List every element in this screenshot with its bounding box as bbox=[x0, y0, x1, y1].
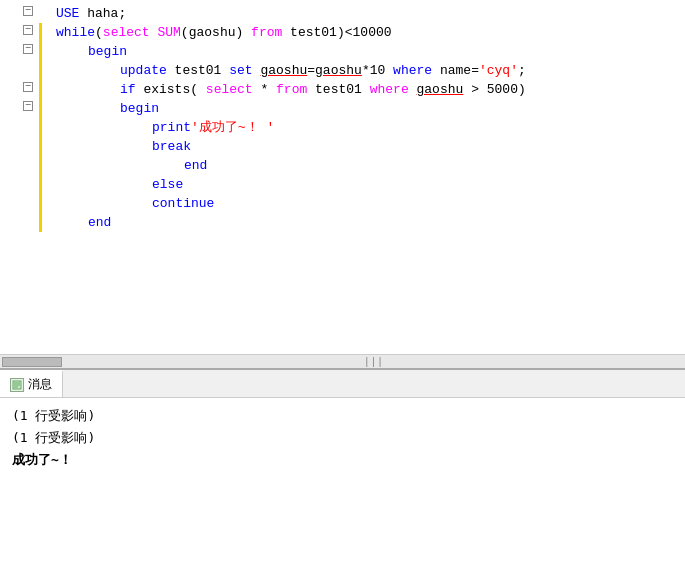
collapse-icon[interactable]: − bbox=[23, 82, 33, 92]
code-line: −begin bbox=[20, 42, 685, 61]
code-line: −if exists( select * from test01 where g… bbox=[20, 80, 685, 99]
line-gutter: − bbox=[20, 6, 36, 16]
collapse-icon[interactable]: − bbox=[23, 6, 33, 16]
line-gutter: − bbox=[20, 101, 36, 111]
line-gutter: − bbox=[20, 25, 36, 35]
line-gutter: − bbox=[20, 82, 36, 92]
code-line: print'成功了~！ ' bbox=[20, 118, 685, 137]
line-content: break bbox=[152, 139, 191, 154]
code-token: update bbox=[120, 63, 175, 78]
code-line: −USE haha; bbox=[20, 4, 685, 23]
code-lines: −USE haha;−while(select SUM(gaoshu) from… bbox=[0, 4, 685, 232]
code-token: where bbox=[370, 82, 409, 97]
code-line: break bbox=[20, 137, 685, 156]
code-token: end bbox=[184, 158, 207, 173]
code-token: select bbox=[103, 25, 150, 40]
code-line: end bbox=[20, 156, 685, 175]
block-indicator-bar bbox=[39, 175, 42, 194]
code-token: haha bbox=[87, 6, 118, 21]
code-token: ' bbox=[259, 120, 275, 135]
collapse-icon[interactable]: − bbox=[23, 25, 33, 35]
scrollbar-thumb[interactable] bbox=[2, 357, 62, 367]
code-token: = bbox=[307, 63, 315, 78]
block-indicator-bar bbox=[39, 80, 42, 99]
block-indicator-bar bbox=[39, 156, 42, 175]
code-line: continue bbox=[20, 194, 685, 213]
code-token: end bbox=[88, 215, 111, 230]
code-token: = bbox=[471, 63, 479, 78]
code-line: else bbox=[20, 175, 685, 194]
code-token: print bbox=[152, 120, 191, 135]
code-token: 'cyq' bbox=[479, 63, 518, 78]
code-token: ) bbox=[337, 25, 345, 40]
messages-tab[interactable]: 消息 bbox=[0, 370, 63, 397]
code-token: select bbox=[206, 82, 253, 97]
code-token: gaoshu bbox=[189, 25, 236, 40]
scroll-indicator: ||| bbox=[62, 356, 685, 368]
message-line: (1 行受影响) bbox=[12, 406, 673, 426]
code-line: update test01 set gaoshu=gaoshu*10 where… bbox=[20, 61, 685, 80]
line-content: USE haha; bbox=[56, 6, 126, 21]
code-token: where bbox=[393, 63, 440, 78]
code-token: ; bbox=[518, 63, 526, 78]
code-token: from bbox=[243, 25, 290, 40]
code-token: ' bbox=[191, 120, 199, 135]
block-indicator-bar bbox=[39, 118, 42, 137]
messages-panel: 消息 (1 行受影响)(1 行受影响)成功了~！ bbox=[0, 370, 685, 581]
line-content: while(select SUM(gaoshu) from test01)<10… bbox=[56, 25, 392, 40]
message-line: (1 行受影响) bbox=[12, 428, 673, 448]
horizontal-scrollbar[interactable]: ||| bbox=[0, 354, 685, 368]
code-token: test01 bbox=[307, 82, 369, 97]
code-token: begin bbox=[88, 44, 127, 59]
code-token: begin bbox=[120, 101, 159, 116]
code-token: ( bbox=[181, 25, 189, 40]
code-line: −begin bbox=[20, 99, 685, 118]
code-token bbox=[409, 82, 417, 97]
code-token: else bbox=[152, 177, 183, 192]
block-indicator-bar bbox=[39, 194, 42, 213]
collapse-icon[interactable]: − bbox=[23, 101, 33, 111]
code-token: from bbox=[276, 82, 307, 97]
messages-tab-label: 消息 bbox=[28, 376, 52, 393]
line-content: end bbox=[88, 215, 111, 230]
code-token: > 5000) bbox=[463, 82, 525, 97]
code-token: * bbox=[253, 82, 276, 97]
code-token: test01 bbox=[290, 25, 337, 40]
line-content: update test01 set gaoshu=gaoshu*10 where… bbox=[120, 63, 526, 78]
code-line: −while(select SUM(gaoshu) from test01)<1… bbox=[20, 23, 685, 42]
line-content: begin bbox=[120, 101, 159, 116]
collapse-icon[interactable]: − bbox=[23, 44, 33, 54]
code-token: SUM bbox=[157, 25, 180, 40]
code-token: <10000 bbox=[345, 25, 392, 40]
code-token: gaoshu bbox=[417, 82, 464, 97]
messages-content: (1 行受影响)(1 行受影响)成功了~！ bbox=[0, 398, 685, 581]
messages-tab-icon bbox=[10, 378, 24, 392]
code-token: while bbox=[56, 25, 95, 40]
line-content: begin bbox=[88, 44, 127, 59]
line-content: end bbox=[184, 158, 207, 173]
line-content: if exists( select * from test01 where ga… bbox=[120, 82, 526, 97]
line-content: continue bbox=[152, 196, 214, 211]
code-token: *10 bbox=[362, 63, 393, 78]
line-content: else bbox=[152, 177, 183, 192]
block-indicator-bar bbox=[39, 42, 42, 61]
code-token: gaoshu bbox=[315, 63, 362, 78]
messages-tab-bar: 消息 bbox=[0, 370, 685, 398]
code-token: if bbox=[120, 82, 143, 97]
code-token: ; bbox=[118, 6, 126, 21]
code-token: USE bbox=[56, 6, 87, 21]
code-token: break bbox=[152, 139, 191, 154]
code-token: 成功了~！ bbox=[199, 120, 259, 135]
message-line: 成功了~！ bbox=[12, 450, 673, 470]
code-container[interactable]: −USE haha;−while(select SUM(gaoshu) from… bbox=[0, 0, 685, 354]
code-token: continue bbox=[152, 196, 214, 211]
code-token: ( bbox=[95, 25, 103, 40]
editor-area: −USE haha;−while(select SUM(gaoshu) from… bbox=[0, 0, 685, 370]
line-content: print'成功了~！ ' bbox=[152, 120, 274, 135]
block-indicator-bar bbox=[39, 61, 42, 80]
block-indicator-bar bbox=[39, 137, 42, 156]
line-gutter: − bbox=[20, 44, 36, 54]
code-token: set bbox=[229, 63, 260, 78]
block-indicator-bar bbox=[39, 99, 42, 118]
code-token: exists( bbox=[143, 82, 205, 97]
